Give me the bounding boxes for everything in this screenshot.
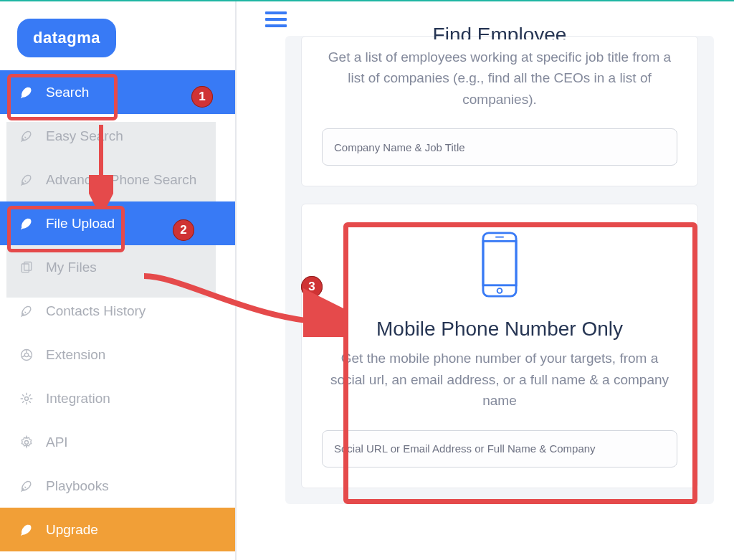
sidebar-item-label: Easy Search [46, 128, 123, 144]
svg-rect-7 [483, 242, 516, 285]
sidebar-item-label: Contacts History [46, 303, 146, 319]
sidebar-item-search[interactable]: Search [0, 70, 235, 114]
smartphone-icon [477, 230, 522, 302]
rocket-icon [19, 303, 34, 319]
svg-point-3 [24, 353, 28, 356]
main-content: Find Employee Get a list of employees wo… [285, 36, 714, 504]
svg-point-4 [25, 397, 29, 400]
card-title: Mobile Phone Number Only [322, 318, 677, 341]
svg-point-8 [497, 288, 502, 293]
sidebar-item-contacts-history[interactable]: Contacts History [0, 289, 235, 333]
sidebar-item-extension[interactable]: Extension [0, 333, 235, 376]
sidebar-item-label: File Upload [46, 216, 115, 232]
card-find-employee[interactable]: Find Employee Get a list of employees wo… [301, 36, 698, 186]
card-description: Get the mobile phone number of your targ… [322, 348, 677, 411]
find-employee-input[interactable]: Company Name & Job Title [322, 128, 677, 166]
mobile-phone-input[interactable]: Social URL or Email Address or Full Name… [322, 430, 677, 468]
chrome-icon [19, 347, 34, 363]
rocket-icon [19, 216, 34, 232]
card-title: Find Employee [322, 24, 677, 39]
sidebar-item-label: API [46, 435, 68, 450]
sidebar-item-file-upload[interactable]: File Upload [0, 201, 235, 245]
brand-logo: datagma [17, 19, 116, 57]
sidebar-item-easy-search[interactable]: Easy Search [0, 114, 235, 158]
sidebar-item-label: Search [46, 85, 89, 100]
sidebar-item-api[interactable]: API [0, 420, 235, 464]
sidebar-item-label: Upgrade [46, 522, 98, 538]
files-icon [19, 260, 34, 275]
sidebar-item-label: Integration [46, 391, 110, 407]
svg-point-5 [25, 440, 29, 444]
sidebar: datagma Search Easy Search Advanced Phon… [0, 1, 237, 560]
svg-rect-1 [24, 262, 32, 270]
sidebar-item-label: Advanced Phone Search [46, 172, 196, 188]
sidebar-item-label: Extension [46, 347, 105, 363]
card-mobile-phone[interactable]: Mobile Phone Number Only Get the mobile … [301, 204, 698, 488]
rocket-icon [19, 522, 34, 538]
hub-icon [19, 391, 34, 407]
svg-rect-0 [22, 264, 29, 272]
sidebar-item-upgrade[interactable]: Upgrade [0, 508, 235, 551]
rocket-icon [19, 85, 34, 100]
card-description: Get a list of employees working at speci… [322, 47, 677, 110]
sidebar-item-integration[interactable]: Integration [0, 376, 235, 420]
sidebar-item-my-files[interactable]: My Files [0, 245, 235, 289]
rocket-icon [19, 478, 34, 494]
sidebar-item-label: Playbooks [46, 478, 109, 494]
rocket-icon [19, 128, 34, 144]
sidebar-nav: Search Easy Search Advanced Phone Search… [0, 70, 235, 551]
hamburger-menu-button[interactable] [265, 11, 287, 29]
sidebar-item-label: My Files [46, 260, 97, 275]
gear-icon [19, 435, 34, 450]
svg-rect-6 [483, 233, 516, 296]
sidebar-item-advanced-phone-search[interactable]: Advanced Phone Search [0, 158, 235, 201]
rocket-icon [19, 172, 34, 188]
sidebar-item-playbooks[interactable]: Playbooks [0, 464, 235, 508]
